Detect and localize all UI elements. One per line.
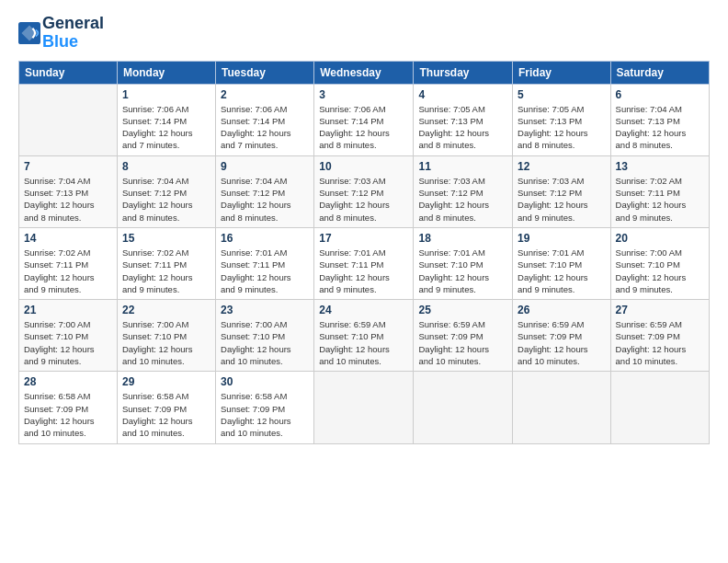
calendar-cell: 12Sunrise: 7:03 AMSunset: 7:12 PMDayligh… bbox=[513, 155, 611, 227]
calendar-cell: 19Sunrise: 7:01 AMSunset: 7:10 PMDayligh… bbox=[513, 227, 611, 299]
day-info: Sunrise: 7:01 AMSunset: 7:11 PMDaylight:… bbox=[221, 247, 309, 295]
day-number: 24 bbox=[319, 304, 408, 316]
week-row-4: 21Sunrise: 7:00 AMSunset: 7:10 PMDayligh… bbox=[19, 300, 710, 372]
day-info: Sunrise: 7:00 AMSunset: 7:10 PMDaylight:… bbox=[24, 318, 112, 367]
calendar-table: SundayMondayTuesdayWednesdayThursdayFrid… bbox=[18, 61, 710, 444]
day-info: Sunrise: 7:06 AMSunset: 7:14 PMDaylight:… bbox=[221, 103, 309, 152]
day-header-saturday: Saturday bbox=[610, 61, 709, 84]
day-info: Sunrise: 7:00 AMSunset: 7:10 PMDaylight:… bbox=[616, 247, 704, 295]
day-info: Sunrise: 7:00 AMSunset: 7:10 PMDaylight:… bbox=[221, 318, 309, 367]
day-number: 1 bbox=[122, 88, 210, 101]
day-number: 4 bbox=[418, 88, 507, 101]
day-header-monday: Monday bbox=[117, 61, 215, 84]
day-info: Sunrise: 6:59 AMSunset: 7:10 PMDaylight:… bbox=[319, 318, 408, 367]
calendar-cell: 30Sunrise: 6:58 AMSunset: 7:09 PMDayligh… bbox=[216, 372, 314, 443]
day-info: Sunrise: 6:59 AMSunset: 7:09 PMDaylight:… bbox=[616, 318, 704, 367]
day-info: Sunrise: 7:00 AMSunset: 7:10 PMDaylight:… bbox=[122, 318, 210, 367]
day-info: Sunrise: 7:02 AMSunset: 7:11 PMDaylight:… bbox=[616, 175, 704, 224]
logo: General Blue bbox=[18, 15, 104, 52]
calendar-cell: 20Sunrise: 7:00 AMSunset: 7:10 PMDayligh… bbox=[610, 227, 709, 299]
day-number: 9 bbox=[221, 160, 309, 173]
day-number: 3 bbox=[319, 88, 408, 101]
day-number: 8 bbox=[122, 160, 210, 173]
calendar-cell: 10Sunrise: 7:03 AMSunset: 7:12 PMDayligh… bbox=[314, 155, 414, 227]
calendar-cell: 22Sunrise: 7:00 AMSunset: 7:10 PMDayligh… bbox=[117, 300, 215, 372]
day-info: Sunrise: 7:01 AMSunset: 7:10 PMDaylight:… bbox=[418, 247, 507, 295]
calendar-cell: 25Sunrise: 6:59 AMSunset: 7:09 PMDayligh… bbox=[414, 300, 513, 372]
day-info: Sunrise: 7:04 AMSunset: 7:13 PMDaylight:… bbox=[616, 103, 704, 152]
calendar-cell: 21Sunrise: 7:00 AMSunset: 7:10 PMDayligh… bbox=[19, 300, 118, 372]
calendar-cell: 23Sunrise: 7:00 AMSunset: 7:10 PMDayligh… bbox=[216, 300, 314, 372]
week-row-1: 1Sunrise: 7:06 AMSunset: 7:14 PMDaylight… bbox=[19, 84, 710, 155]
calendar-cell bbox=[513, 372, 611, 443]
day-info: Sunrise: 7:05 AMSunset: 7:13 PMDaylight:… bbox=[518, 103, 606, 152]
day-number: 28 bbox=[24, 375, 112, 388]
calendar-cell: 13Sunrise: 7:02 AMSunset: 7:11 PMDayligh… bbox=[610, 155, 709, 227]
day-number: 23 bbox=[221, 304, 309, 316]
calendar-cell: 2Sunrise: 7:06 AMSunset: 7:14 PMDaylight… bbox=[216, 84, 314, 155]
calendar-cell: 16Sunrise: 7:01 AMSunset: 7:11 PMDayligh… bbox=[216, 227, 314, 299]
calendar-cell: 15Sunrise: 7:02 AMSunset: 7:11 PMDayligh… bbox=[117, 227, 215, 299]
calendar-cell: 24Sunrise: 6:59 AMSunset: 7:10 PMDayligh… bbox=[314, 300, 414, 372]
calendar-cell: 17Sunrise: 7:01 AMSunset: 7:11 PMDayligh… bbox=[314, 227, 414, 299]
day-info: Sunrise: 7:01 AMSunset: 7:11 PMDaylight:… bbox=[319, 247, 408, 295]
day-number: 15 bbox=[122, 232, 210, 245]
day-number: 5 bbox=[518, 88, 606, 101]
logo-second-line: Blue bbox=[42, 33, 104, 52]
day-number: 19 bbox=[518, 232, 606, 245]
day-info: Sunrise: 7:03 AMSunset: 7:12 PMDaylight:… bbox=[518, 175, 606, 224]
day-number: 6 bbox=[616, 88, 704, 101]
calendar-cell bbox=[414, 372, 513, 443]
week-row-2: 7Sunrise: 7:04 AMSunset: 7:13 PMDaylight… bbox=[19, 155, 710, 227]
calendar-cell: 14Sunrise: 7:02 AMSunset: 7:11 PMDayligh… bbox=[19, 227, 118, 299]
calendar-cell: 29Sunrise: 6:58 AMSunset: 7:09 PMDayligh… bbox=[117, 372, 215, 443]
calendar-cell: 1Sunrise: 7:06 AMSunset: 7:14 PMDaylight… bbox=[117, 84, 215, 155]
day-info: Sunrise: 6:58 AMSunset: 7:09 PMDaylight:… bbox=[122, 390, 210, 439]
calendar-cell: 3Sunrise: 7:06 AMSunset: 7:14 PMDaylight… bbox=[314, 84, 414, 155]
calendar-cell bbox=[314, 372, 414, 443]
day-number: 18 bbox=[418, 232, 507, 245]
day-info: Sunrise: 6:58 AMSunset: 7:09 PMDaylight:… bbox=[24, 390, 112, 439]
calendar-cell: 11Sunrise: 7:03 AMSunset: 7:12 PMDayligh… bbox=[414, 155, 513, 227]
day-number: 26 bbox=[518, 304, 606, 316]
day-number: 10 bbox=[319, 160, 408, 173]
day-number: 14 bbox=[24, 232, 112, 245]
day-info: Sunrise: 7:03 AMSunset: 7:12 PMDaylight:… bbox=[418, 175, 507, 224]
day-info: Sunrise: 7:04 AMSunset: 7:13 PMDaylight:… bbox=[24, 175, 112, 224]
day-number: 30 bbox=[221, 375, 309, 388]
day-number: 17 bbox=[319, 232, 408, 245]
day-info: Sunrise: 7:03 AMSunset: 7:12 PMDaylight:… bbox=[319, 175, 408, 224]
day-number: 13 bbox=[616, 160, 704, 173]
week-row-3: 14Sunrise: 7:02 AMSunset: 7:11 PMDayligh… bbox=[19, 227, 710, 299]
day-info: Sunrise: 6:58 AMSunset: 7:09 PMDaylight:… bbox=[221, 390, 309, 439]
day-info: Sunrise: 6:59 AMSunset: 7:09 PMDaylight:… bbox=[518, 318, 606, 367]
calendar-cell: 7Sunrise: 7:04 AMSunset: 7:13 PMDaylight… bbox=[19, 155, 118, 227]
day-info: Sunrise: 7:06 AMSunset: 7:14 PMDaylight:… bbox=[319, 103, 408, 152]
day-header-friday: Friday bbox=[513, 61, 611, 84]
day-info: Sunrise: 6:59 AMSunset: 7:09 PMDaylight:… bbox=[418, 318, 507, 367]
calendar-cell: 27Sunrise: 6:59 AMSunset: 7:09 PMDayligh… bbox=[610, 300, 709, 372]
day-number: 29 bbox=[122, 375, 210, 388]
day-info: Sunrise: 7:02 AMSunset: 7:11 PMDaylight:… bbox=[24, 247, 112, 295]
day-info: Sunrise: 7:01 AMSunset: 7:10 PMDaylight:… bbox=[518, 247, 606, 295]
calendar-cell bbox=[610, 372, 709, 443]
day-header-sunday: Sunday bbox=[19, 61, 118, 84]
day-info: Sunrise: 7:05 AMSunset: 7:13 PMDaylight:… bbox=[418, 103, 507, 152]
day-header-tuesday: Tuesday bbox=[216, 61, 314, 84]
day-header-thursday: Thursday bbox=[414, 61, 513, 84]
day-number: 21 bbox=[24, 304, 112, 316]
day-number: 22 bbox=[122, 304, 210, 316]
calendar-cell: 28Sunrise: 6:58 AMSunset: 7:09 PMDayligh… bbox=[19, 372, 118, 443]
calendar-cell: 6Sunrise: 7:04 AMSunset: 7:13 PMDaylight… bbox=[610, 84, 709, 155]
calendar-cell: 4Sunrise: 7:05 AMSunset: 7:13 PMDaylight… bbox=[414, 84, 513, 155]
day-info: Sunrise: 7:02 AMSunset: 7:11 PMDaylight:… bbox=[122, 247, 210, 295]
day-number: 25 bbox=[418, 304, 507, 316]
day-number: 7 bbox=[24, 160, 112, 173]
calendar-cell bbox=[19, 84, 118, 155]
day-number: 16 bbox=[221, 232, 309, 245]
logo-icon bbox=[18, 22, 40, 44]
calendar-cell: 18Sunrise: 7:01 AMSunset: 7:10 PMDayligh… bbox=[414, 227, 513, 299]
calendar-cell: 5Sunrise: 7:05 AMSunset: 7:13 PMDaylight… bbox=[513, 84, 611, 155]
calendar-cell: 9Sunrise: 7:04 AMSunset: 7:12 PMDaylight… bbox=[216, 155, 314, 227]
day-number: 11 bbox=[418, 160, 507, 173]
